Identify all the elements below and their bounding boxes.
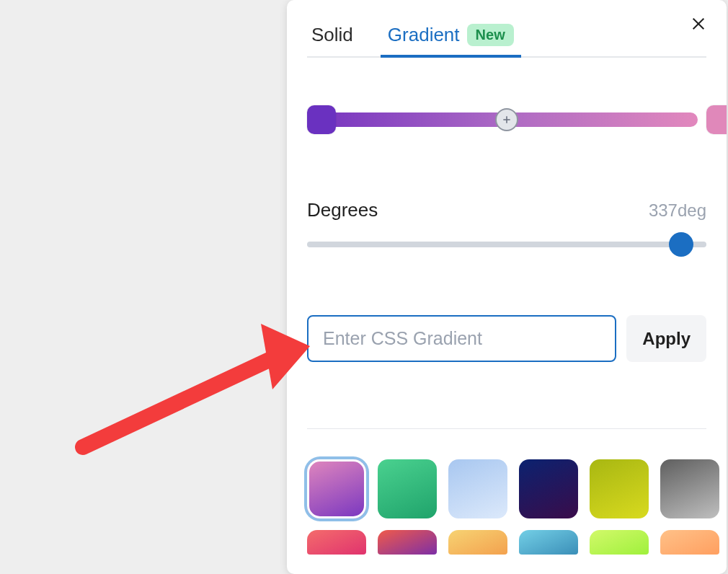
gradient-picker-panel: Solid Gradient New Degrees 337deg Apply xyxy=(287,0,727,574)
gradient-preset[interactable] xyxy=(378,459,437,518)
tab-gradient-label: Gradient xyxy=(388,24,460,46)
gradient-stop-start[interactable] xyxy=(307,105,336,134)
tab-solid[interactable]: Solid xyxy=(307,18,358,56)
gradient-preset[interactable] xyxy=(378,530,437,555)
gradient-preset[interactable] xyxy=(448,530,507,555)
gradient-preset[interactable] xyxy=(590,459,649,518)
degrees-value: 337deg xyxy=(649,200,706,221)
gradient-bar[interactable] xyxy=(307,105,706,134)
tabs: Solid Gradient New xyxy=(307,17,706,58)
degrees-label: Degrees xyxy=(307,199,378,221)
new-badge: New xyxy=(467,24,514,46)
gradient-preset[interactable] xyxy=(448,459,507,518)
tab-gradient[interactable]: Gradient New xyxy=(383,18,518,56)
degrees-slider-thumb[interactable] xyxy=(669,232,693,257)
apply-button[interactable]: Apply xyxy=(626,315,706,362)
gradient-stop-end[interactable] xyxy=(706,105,727,134)
gradient-preset[interactable] xyxy=(660,530,719,555)
gradient-preset[interactable] xyxy=(590,530,649,555)
gradient-preset[interactable] xyxy=(307,459,366,518)
degrees-slider-track xyxy=(307,242,706,247)
gradient-preset[interactable] xyxy=(519,459,578,518)
tab-solid-label: Solid xyxy=(311,24,353,46)
svg-line-5 xyxy=(83,352,286,447)
gradient-presets-grid xyxy=(307,459,706,555)
divider xyxy=(307,428,706,429)
gradient-preset[interactable] xyxy=(660,459,719,518)
gradient-preset[interactable] xyxy=(307,530,366,555)
plus-icon xyxy=(501,114,512,125)
degrees-slider[interactable] xyxy=(307,237,706,252)
gradient-preset[interactable] xyxy=(519,530,578,555)
css-gradient-input-row: Apply xyxy=(307,315,706,362)
gradient-add-stop-button[interactable] xyxy=(495,108,518,131)
degrees-row: Degrees 337deg xyxy=(307,199,706,221)
css-gradient-input[interactable] xyxy=(307,315,616,362)
